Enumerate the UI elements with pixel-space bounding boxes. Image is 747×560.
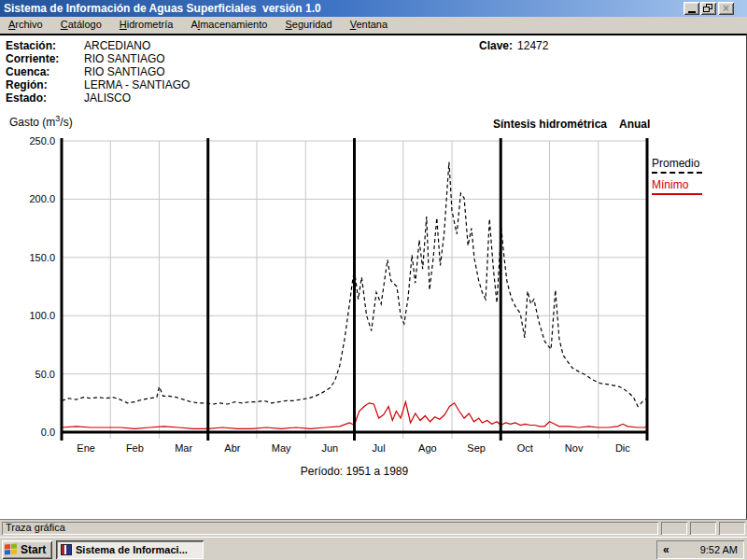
estacion-value: ARCEDIANO (84, 39, 150, 52)
chart-legend: Promedio Mínimo (652, 157, 725, 200)
promedio-line-sample-icon (652, 172, 702, 174)
app-icon (61, 544, 72, 555)
status-panel-3 (719, 522, 745, 535)
chart-title: Síntesis hidrométricaAnual (493, 118, 650, 131)
y-tick-label: 250.0 (29, 135, 55, 147)
start-button[interactable]: Start (2, 540, 52, 559)
restore-icon (703, 4, 713, 13)
x-tick-label: Dic (615, 442, 630, 454)
menu-seguridad[interactable]: Seguridad (277, 17, 339, 33)
menu-bar: Archivo Catálogo Hidrometría Almacenamie… (0, 17, 747, 34)
close-button[interactable]: × (718, 2, 734, 15)
system-tray: « 9:52 AM (656, 540, 744, 559)
tray-collapse-chevron-icon[interactable]: « (663, 543, 669, 556)
taskbar-task-sistema[interactable]: Sistema de Informaci... (56, 540, 204, 559)
status-panel-2 (690, 522, 716, 535)
hydrograph-chart: 0.050.0100.0150.0200.0250.0EneFebMarAbrM… (4, 133, 654, 463)
corriente-value: RIO SANTIAGO (84, 52, 165, 65)
menu-catalogo[interactable]: Catálogo (53, 17, 109, 33)
restore-button[interactable] (700, 2, 716, 15)
y-tick-label: 100.0 (29, 310, 55, 321)
main-content: Estación:ARCEDIANO Corriente:RIO SANTIAG… (0, 34, 747, 520)
menu-ventana[interactable]: Ventana (343, 17, 395, 33)
info-row-cuenca: Cuenca:RIO SANTIAGO (6, 65, 190, 78)
x-tick-label: Jun (322, 442, 339, 454)
info-row-region: Región:LERMA - SANTIAGO (6, 78, 190, 91)
period-caption: Período: 1951 a 1989 (62, 465, 647, 478)
minimize-icon (688, 11, 696, 13)
y-axis-title: Gasto (m3/s) (9, 114, 73, 129)
menu-almacenamiento[interactable]: Almacenamiento (183, 17, 275, 33)
info-row-estacion: Estación:ARCEDIANO (6, 39, 190, 52)
minimo-line-sample-icon (652, 193, 702, 195)
cuenca-value: RIO SANTIAGO (84, 65, 165, 78)
y-tick-label: 0.0 (41, 427, 55, 438)
station-info-panel: Estación:ARCEDIANO Corriente:RIO SANTIAG… (6, 39, 190, 105)
window-title: Sistema de Información de Aguas Superfic… (4, 0, 321, 17)
y-tick-label: 50.0 (35, 369, 55, 380)
status-panel-1 (661, 522, 687, 535)
windows-flag-icon (5, 543, 18, 556)
minimize-button[interactable] (684, 2, 699, 15)
taskbar-clock: 9:52 AM (700, 544, 738, 555)
close-icon: × (723, 3, 729, 14)
x-tick-label: May (272, 442, 291, 454)
info-row-estado: Estado:JALISCO (6, 91, 190, 105)
x-tick-label: Ene (77, 442, 95, 454)
status-message: Traza gráfica (2, 522, 658, 535)
taskbar: Start Sistema de Informaci... « 9:52 AM (0, 537, 747, 560)
estado-value: JALISCO (84, 91, 131, 105)
legend-item-minimo: Mínimo (652, 178, 725, 195)
clave-value: 12472 (517, 39, 548, 52)
y-tick-label: 150.0 (29, 252, 55, 263)
menu-archivo[interactable]: Archivo (1, 17, 50, 33)
x-tick-label: Oct (517, 442, 533, 454)
x-tick-label: Feb (126, 442, 144, 454)
x-tick-label: Abr (224, 442, 240, 454)
legend-label-promedio: Promedio (652, 157, 699, 170)
y-tick-label: 200.0 (29, 193, 55, 204)
x-tick-label: Sep (467, 442, 486, 454)
legend-label-minimo: Mínimo (652, 178, 688, 191)
status-bar: Traza gráfica (0, 520, 747, 537)
x-tick-label: Ago (418, 442, 437, 454)
info-row-corriente: Corriente:RIO SANTIAGO (6, 52, 190, 65)
x-tick-label: Jul (373, 442, 386, 454)
menu-hidrometria[interactable]: Hidrometría (112, 17, 180, 33)
x-tick-label: Nov (565, 442, 584, 454)
x-tick-label: Mar (175, 442, 192, 454)
region-value: LERMA - SANTIAGO (84, 78, 190, 91)
legend-item-promedio: Promedio (652, 157, 725, 174)
title-bar: Sistema de Información de Aguas Superfic… (0, 0, 747, 17)
clave-field: Clave:12472 (479, 39, 548, 52)
